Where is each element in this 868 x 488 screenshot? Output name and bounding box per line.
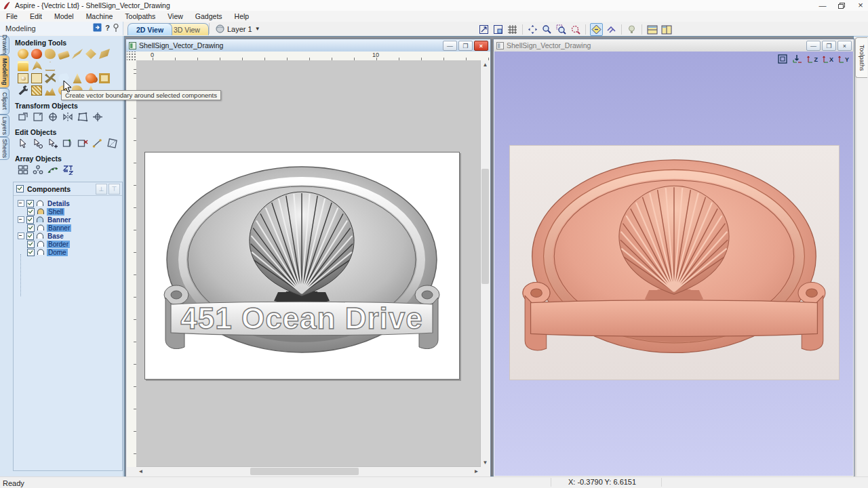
restore-icon[interactable]: ❐ bbox=[458, 41, 473, 51]
tree-label[interactable]: Border bbox=[47, 241, 70, 248]
window-2d-titlebar[interactable]: ShellSign_Vector_Drawing — ❐ × bbox=[126, 39, 490, 52]
flatten-icon[interactable] bbox=[31, 73, 42, 83]
checkbox[interactable] bbox=[27, 249, 35, 256]
toolpaths-tab[interactable]: Toolpaths bbox=[855, 37, 867, 78]
view-along-z-icon[interactable]: Z bbox=[807, 55, 818, 63]
plan-view-icon[interactable] bbox=[792, 54, 802, 64]
measure-icon[interactable] bbox=[92, 138, 103, 148]
slice-model-icon[interactable] bbox=[99, 73, 110, 83]
scroll-up-icon[interactable]: ▲ bbox=[481, 60, 490, 69]
scrollbar-horizontal[interactable]: ◄ ► bbox=[136, 466, 481, 476]
panel-collapse-icon[interactable] bbox=[93, 23, 102, 32]
tree-label[interactable]: Base bbox=[46, 232, 65, 240]
scrollbar-thumb[interactable] bbox=[481, 169, 489, 284]
select-arrow-icon[interactable] bbox=[18, 138, 28, 148]
canvas-2d[interactable]: 451 Ocean Drive bbox=[136, 60, 481, 467]
component-level-up-icon[interactable]: ⊥ bbox=[96, 184, 107, 195]
snap-grid-icon[interactable] bbox=[507, 24, 518, 35]
menu-file[interactable]: File bbox=[0, 11, 24, 22]
wireframe-icon[interactable] bbox=[606, 24, 617, 35]
scroll-down-icon[interactable]: ▼ bbox=[481, 458, 490, 467]
align-center-icon[interactable] bbox=[92, 112, 103, 122]
component-level-down-icon[interactable]: ⊤ bbox=[108, 184, 120, 195]
checkbox[interactable] bbox=[26, 200, 34, 207]
drawing-page[interactable]: 451 Ocean Drive bbox=[144, 152, 460, 380]
zoom-window-icon[interactable] bbox=[492, 24, 504, 35]
tree-item-dome[interactable]: Dome bbox=[27, 248, 122, 256]
tile-vertical-icon[interactable] bbox=[660, 24, 672, 35]
node-edit-icon[interactable] bbox=[62, 138, 73, 148]
side-tab-drawing[interactable]: Drawing bbox=[0, 36, 9, 55]
tree-item-details[interactable]: Details bbox=[18, 199, 122, 207]
scroll-right-icon[interactable]: ► bbox=[472, 467, 481, 476]
close-icon[interactable]: × bbox=[837, 41, 852, 51]
side-tab-clipart[interactable]: Clipart bbox=[0, 88, 9, 115]
tree-label[interactable]: Shell bbox=[47, 208, 64, 216]
tree-label[interactable]: Dome bbox=[47, 249, 68, 256]
menu-gadgets[interactable]: Gadgets bbox=[189, 11, 229, 22]
hatch-relief-icon[interactable] bbox=[31, 85, 42, 96]
zero-plane-icon[interactable] bbox=[99, 49, 110, 59]
move-object-icon[interactable] bbox=[18, 112, 28, 122]
panel-help-icon[interactable]: ? bbox=[105, 24, 110, 32]
create-dome-icon[interactable] bbox=[31, 49, 42, 59]
rotate-object-icon[interactable] bbox=[47, 112, 58, 122]
extrude-icon[interactable] bbox=[58, 50, 70, 60]
distort-object-icon[interactable] bbox=[77, 112, 88, 122]
tab-2d-view[interactable]: 2D View bbox=[127, 23, 172, 35]
zoom-selected-icon[interactable] bbox=[570, 24, 581, 35]
smooth-terrain-icon[interactable] bbox=[45, 85, 56, 96]
zoom-to-drawing-icon[interactable] bbox=[478, 24, 490, 35]
menu-edit[interactable]: Edit bbox=[24, 11, 48, 22]
components-checkbox[interactable] bbox=[16, 185, 24, 192]
create-shape-icon[interactable] bbox=[18, 49, 28, 59]
view-along-x-icon[interactable]: X bbox=[823, 55, 833, 63]
isometric-view-icon[interactable] bbox=[778, 54, 787, 64]
tree-label[interactable]: Banner bbox=[47, 224, 71, 232]
fillet-icon[interactable] bbox=[107, 138, 118, 148]
minimize-icon[interactable]: — bbox=[806, 41, 821, 51]
scroll-left-icon[interactable]: ◄ bbox=[136, 467, 145, 476]
pan-icon[interactable] bbox=[527, 24, 538, 35]
zoom-interactive-icon[interactable] bbox=[541, 24, 553, 35]
layer-selector[interactable]: Layer 1 ▼ bbox=[216, 23, 260, 35]
menu-view[interactable]: View bbox=[161, 11, 189, 22]
repair-tool-icon[interactable] bbox=[18, 85, 28, 96]
tree-item-base[interactable]: Base bbox=[18, 232, 122, 240]
unwrap-icon[interactable] bbox=[45, 61, 56, 71]
mirror-object-icon[interactable] bbox=[62, 112, 73, 122]
collapse-icon[interactable] bbox=[18, 232, 24, 239]
tree-label[interactable]: Details bbox=[46, 200, 71, 207]
clear-area-icon[interactable] bbox=[45, 73, 56, 83]
minimize-icon[interactable]: — bbox=[818, 1, 827, 9]
side-tab-layers[interactable]: Layers bbox=[0, 115, 9, 137]
tree-item-banner-group[interactable]: Banner bbox=[18, 216, 122, 224]
checkbox[interactable] bbox=[27, 224, 35, 232]
sign-text[interactable]: 451 Ocean Drive bbox=[180, 302, 422, 335]
restore-icon[interactable]: ❐ bbox=[822, 41, 836, 51]
menu-help[interactable]: Help bbox=[229, 11, 256, 22]
collapse-icon[interactable] bbox=[18, 200, 24, 207]
lighting-icon[interactable] bbox=[626, 24, 637, 35]
view-along-y-icon[interactable]: Y bbox=[838, 55, 849, 63]
select-move-icon[interactable] bbox=[33, 138, 43, 148]
toggle-2d3d-icon[interactable] bbox=[590, 23, 603, 36]
nesting-icon[interactable] bbox=[62, 165, 73, 175]
delete-node-icon[interactable] bbox=[77, 138, 88, 148]
close-icon[interactable]: × bbox=[856, 1, 865, 9]
menu-machine[interactable]: Machine bbox=[80, 11, 119, 22]
tree-item-shell[interactable]: Shell bbox=[27, 207, 122, 216]
panel-pin-icon[interactable] bbox=[113, 24, 119, 32]
side-tab-modeling[interactable]: Modeling bbox=[0, 55, 9, 88]
component-folder-icon[interactable] bbox=[18, 61, 28, 71]
copy-along-curve-icon[interactable] bbox=[47, 165, 58, 175]
side-tab-sheets[interactable]: Sheets bbox=[0, 137, 9, 160]
tree-item-banner[interactable]: Banner bbox=[27, 224, 122, 232]
array-copy-icon[interactable] bbox=[18, 165, 28, 175]
zoom-box-icon[interactable] bbox=[555, 24, 567, 35]
tree-item-border[interactable]: Border bbox=[27, 240, 122, 248]
checkbox[interactable] bbox=[26, 216, 34, 224]
restore-icon[interactable] bbox=[837, 1, 846, 9]
merge-components-icon[interactable] bbox=[85, 73, 96, 83]
smooth-model-icon[interactable] bbox=[45, 49, 56, 59]
